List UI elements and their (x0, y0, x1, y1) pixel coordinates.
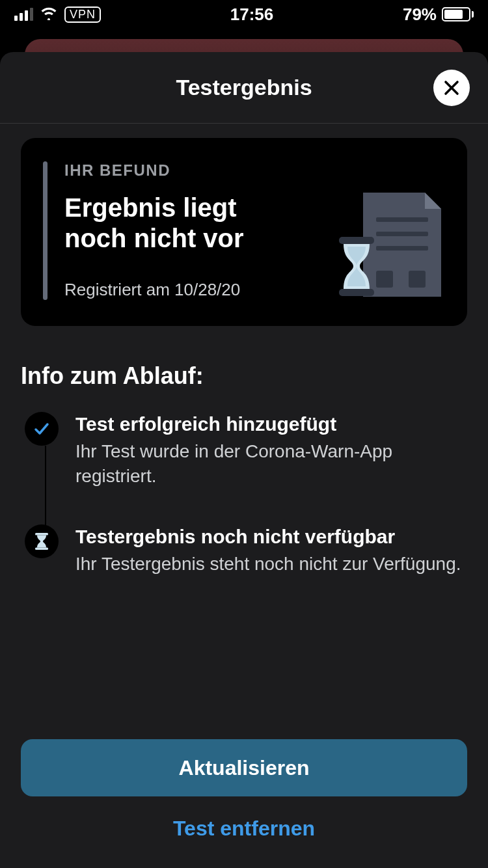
svg-rect-0 (376, 217, 428, 222)
check-icon (33, 420, 51, 438)
cellular-icon (14, 8, 33, 21)
step-item: Testergebnis noch nicht verfügbar Ihr Te… (25, 524, 467, 589)
step-item: Test erfolgreich hinzugefügt Ihr Test wu… (25, 412, 467, 524)
sheet-footer: Aktualisieren Test entfernen (0, 730, 488, 868)
step-title: Test erfolgreich hinzugefügt (75, 412, 467, 437)
svg-rect-4 (409, 271, 426, 288)
status-headline: Ergebnis liegt noch nicht vor (64, 193, 299, 254)
step-body: Ihr Testergebnis steht noch nicht zur Ve… (75, 552, 461, 576)
status-registered-date: Registriert am 10/28/20 (64, 280, 320, 300)
sheet-header: Testergebnis (0, 52, 488, 124)
svg-rect-6 (339, 289, 374, 296)
battery-icon (442, 7, 474, 21)
wifi-icon (40, 5, 58, 25)
close-button[interactable] (433, 70, 470, 106)
close-icon (443, 79, 460, 96)
refresh-button[interactable]: Aktualisieren (21, 739, 467, 796)
result-status-card: IHR BEFUND Ergebnis liegt noch nicht vor… (21, 138, 467, 326)
svg-rect-8 (35, 548, 48, 550)
step-title: Testergebnis noch nicht verfügbar (75, 524, 461, 549)
sheet-title: Testergebnis (176, 75, 312, 100)
step-connector (45, 446, 46, 527)
hourglass-icon (34, 532, 49, 550)
svg-rect-2 (376, 246, 428, 251)
step-body: Ihr Test wurde in der Corona-Warn-App re… (75, 439, 467, 489)
svg-rect-5 (339, 237, 374, 244)
status-bar: VPN 17:56 79% (0, 0, 488, 29)
step-bullet (25, 412, 59, 446)
section-title-info: Info zum Ablauf: (21, 362, 467, 390)
status-eyebrow: IHR BEFUND (64, 161, 320, 180)
document-hourglass-illustration (337, 186, 448, 300)
svg-rect-3 (376, 271, 393, 288)
remove-test-button[interactable]: Test entfernen (21, 803, 467, 854)
vpn-badge: VPN (64, 7, 101, 23)
sheet-body: IHR BEFUND Ergebnis liegt noch nicht vor… (0, 124, 488, 730)
svg-rect-7 (35, 533, 48, 536)
status-accent-bar (43, 161, 47, 300)
status-time: 17:56 (230, 5, 274, 25)
modal-sheet: Testergebnis IHR BEFUND Ergebnis liegt n… (0, 52, 488, 868)
battery-percent: 79% (403, 5, 437, 25)
step-bullet (25, 524, 59, 558)
svg-rect-1 (376, 232, 428, 236)
steps-list: Test erfolgreich hinzugefügt Ihr Test wu… (21, 412, 467, 589)
